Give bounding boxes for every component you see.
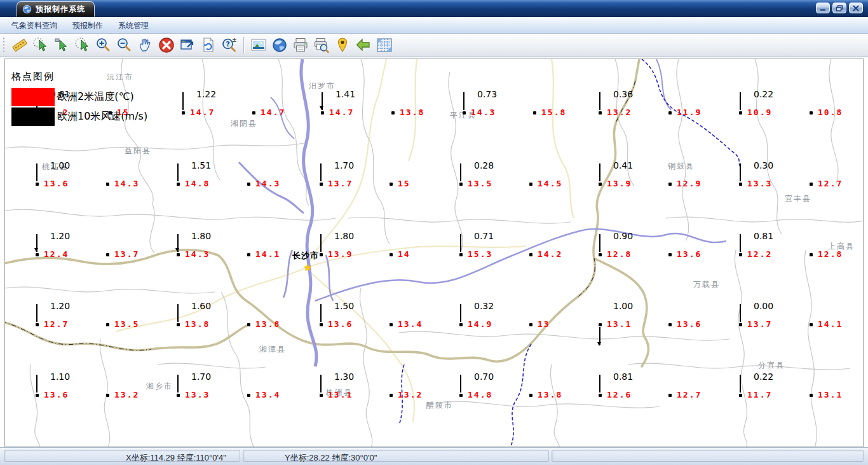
wind-speed-value: 0.71 (474, 231, 494, 241)
menu-item-0[interactable]: 气象资料查询 (4, 18, 65, 33)
grid-point-dot (177, 253, 180, 256)
refresh-page-icon[interactable] (198, 36, 219, 55)
identify-zoom-icon[interactable]: ?± (219, 36, 240, 55)
grid-point-dot (599, 111, 602, 115)
restore-button[interactable] (832, 3, 846, 13)
grid-point-dot (810, 394, 813, 397)
grid-point-dot (320, 253, 323, 256)
temperature-value: 13.7 (747, 319, 772, 329)
grid-point-dot (739, 111, 742, 115)
temperature-value: 14.8 (468, 390, 492, 399)
wind-barb (740, 375, 741, 392)
legend-swatch (11, 108, 55, 126)
grid-point-dot (810, 253, 813, 256)
image-icon[interactable] (248, 36, 269, 55)
temperature-value: 13.6 (44, 390, 69, 399)
temperature-value: 13.1 (607, 319, 632, 329)
temperature-value: 14.3 (471, 108, 496, 117)
wind-speed-value: 1.80 (334, 231, 354, 241)
wind-speed-value: 1.41 (336, 89, 355, 99)
export-window-icon[interactable] (177, 36, 198, 55)
print-icon[interactable] (290, 36, 311, 55)
app-title: 预报制作系统 (36, 4, 85, 15)
pan-hand-icon[interactable] (135, 36, 156, 55)
measure-icon[interactable] (9, 36, 30, 55)
wind-barb (320, 163, 322, 181)
grid-point-dot (599, 323, 602, 326)
world-icon[interactable] (269, 36, 290, 55)
wind-speed-value: 0.36 (613, 89, 633, 99)
app-logo-globe-icon (22, 4, 32, 14)
wind-speed-value: 1.51 (191, 160, 211, 170)
minimize-button[interactable] (816, 3, 830, 13)
wind-barb-arrowhead (597, 342, 601, 346)
wind-speed-value: 0.32 (474, 301, 494, 311)
grid-overlay-icon[interactable] (374, 36, 395, 55)
temperature-value: 15 (398, 179, 410, 188)
grid-point-dot (739, 394, 742, 397)
wind-speed-value: 1.80 (191, 231, 211, 241)
zoom-in-icon[interactable] (93, 36, 114, 55)
zoom-out-icon[interactable] (114, 36, 135, 55)
grid-point-dot (36, 183, 39, 186)
wind-barb (182, 92, 184, 110)
map-panel[interactable]: 格点图例 欧洲2米温度(℃)欧洲10米风速(m/s) 沅江市汨罗市平江县湘阴县益… (4, 59, 864, 447)
grid-point-dot (247, 183, 250, 186)
menu-item-1[interactable]: 预报制作 (65, 18, 111, 33)
temperature-value: 14.1 (818, 319, 843, 329)
legend-label: 欧洲2米温度(℃) (57, 90, 134, 104)
status-x-coordinate: X坐标:114.29 经度:110°0'4" (126, 452, 226, 464)
menu-item-2[interactable]: 系统管理 (111, 18, 156, 33)
close-button[interactable] (849, 3, 863, 13)
locate-pin-icon[interactable] (332, 36, 353, 55)
grid-point-dot (668, 253, 672, 256)
legend-title: 格点图例 (11, 71, 147, 83)
temperature-value: 15.8 (541, 108, 566, 117)
map-place-label: 长沙市 (292, 250, 319, 261)
temperature-value: 13 (538, 319, 550, 329)
grid-point-dot (36, 323, 39, 326)
wind-barb (599, 92, 600, 110)
select-lasso-icon[interactable] (72, 36, 93, 55)
toolbar-grip[interactable] (3, 37, 5, 53)
temperature-value: 12.6 (607, 390, 632, 399)
cancel-icon[interactable] (156, 36, 177, 55)
select-dotted-icon[interactable] (30, 36, 51, 55)
grid-point-dot (320, 394, 323, 397)
grid-point-dot (106, 323, 109, 326)
print-preview-icon[interactable] (311, 36, 332, 55)
wind-barb (599, 234, 600, 252)
temperature-value: 13.8 (255, 319, 280, 329)
map-place-label: 汨罗市 (309, 81, 336, 92)
grid-point-dot (247, 253, 250, 256)
temperature-value: 14.7 (329, 108, 354, 117)
temperature-value: 13.9 (607, 179, 632, 188)
select-icon[interactable] (51, 36, 72, 55)
temperature-value: 13.5 (468, 179, 492, 188)
temperature-value: 13.9 (328, 249, 353, 259)
wind-barb (463, 92, 465, 110)
wind-speed-value: 0.30 (754, 160, 773, 170)
grid-point-dot (247, 323, 250, 326)
wind-speed-value: 1.50 (334, 301, 354, 311)
temperature-value: 13.4 (398, 319, 423, 329)
temperature-value: 14.3 (255, 179, 280, 188)
grid-point-dot (390, 394, 393, 397)
grid-point-dot (320, 323, 323, 326)
temperature-value: 13.8 (185, 319, 210, 329)
wind-speed-value: 1.20 (50, 231, 70, 241)
wind-speed-value: 0.00 (754, 301, 773, 311)
back-arrow-icon[interactable] (353, 36, 374, 55)
wind-barb (740, 92, 741, 110)
svg-text:?: ? (226, 40, 229, 48)
map-place-label: 益阳县 (125, 146, 151, 156)
grid-point-dot (391, 111, 395, 115)
wind-speed-value: 1.30 (334, 371, 354, 382)
grid-point-dot (459, 183, 463, 186)
wind-speed-value: 0.41 (613, 160, 633, 170)
temperature-value: 13.6 (44, 179, 69, 188)
temperature-value: 10.9 (747, 108, 772, 117)
toolbar: ?± (0, 34, 868, 57)
temperature-value: 13.6 (677, 249, 702, 259)
wind-speed-value: 1.70 (191, 371, 211, 382)
